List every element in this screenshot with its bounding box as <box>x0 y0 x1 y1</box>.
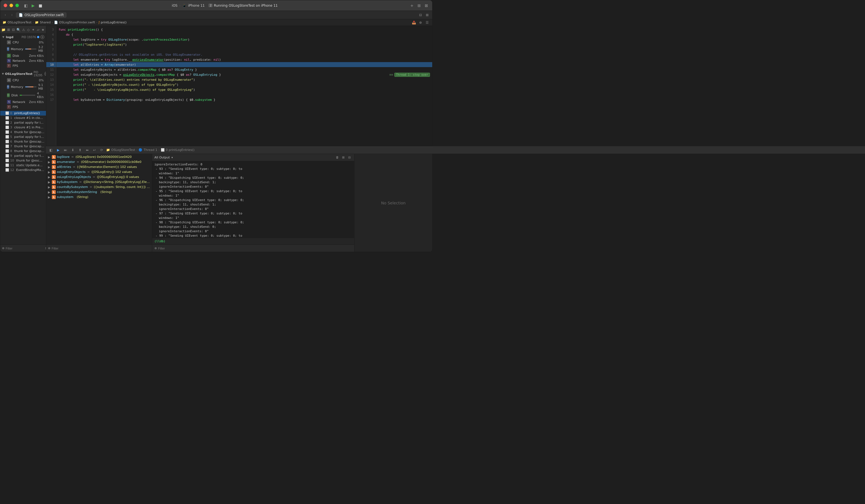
debug-bc-thread[interactable]: Thread 1 <box>143 148 157 152</box>
var-enumerator[interactable]: ▶ L enumerator = (OSEnumerator) 0x000060… <box>46 160 152 165</box>
nav-back-button[interactable]: ‹ <box>2 12 8 18</box>
sidebar-btn-grid[interactable]: ★ <box>41 27 45 33</box>
var-countsbysubsystemstring[interactable]: ▶ L countsBySubsystemString (String) <box>46 190 152 195</box>
var-bysubsystem[interactable]: ▶ L bySubsystem = ([Dictionary<String, [… <box>46 179 152 185</box>
debug-step-in-btn[interactable]: ⬇ <box>70 147 76 153</box>
thread-item-10[interactable]: ⬜ 10 thunk for @escaping @callee_... <box>0 158 46 163</box>
var-countsbysubsystemstring-arrow: ▶ <box>48 190 51 194</box>
thread-item-7[interactable]: ⬜ 7 thunk for @escaping @callee_g... <box>0 144 46 149</box>
thread-name-10: thunk for @escaping @callee_... <box>16 159 46 162</box>
layout-toggle-button[interactable]: ⊠ <box>424 3 429 8</box>
console-line-96c: ignoreInteractionEvents: 0" <box>154 207 352 211</box>
debug-step-over-btn[interactable]: ⏭ <box>63 147 68 153</box>
thread-item-0[interactable]: ⬜ 0 printLogEntries() <box>0 111 46 116</box>
play-button[interactable]: ▶ <box>31 3 36 8</box>
memory-value: 3.2 MB <box>38 45 44 52</box>
code-fold-button[interactable]: 📥 <box>411 20 417 25</box>
fps-label: FPS <box>13 64 44 68</box>
thread-item-9[interactable]: ⬜ 9 partial apply for thunk for @esc... <box>0 153 46 158</box>
fullscreen-button[interactable] <box>15 4 19 7</box>
thread-item-8[interactable]: ⬜ 8 thunk for @escaping @callee_g... <box>0 149 46 153</box>
var-allentries-badge: L <box>52 165 56 169</box>
process-logd-stop[interactable]: ⊗ <box>41 35 44 39</box>
var-countsbysubsystem[interactable]: ▶ L countsBySubsystem = ({subsystem: Str… <box>46 185 152 190</box>
close-button[interactable] <box>4 4 7 7</box>
sidebar-btn-diamond[interactable]: ◇ <box>26 27 30 33</box>
memory-bar-2 <box>25 86 37 87</box>
thread-item-4[interactable]: ⬜ 4 thunk for @escaping @callee_g... <box>0 130 46 134</box>
sidebar-btn-folder[interactable]: 📁 <box>1 27 5 33</box>
breadcrumb-folder[interactable]: 📁 Shared <box>35 21 50 24</box>
editor-view-split[interactable]: ⊠ <box>424 12 430 18</box>
debug-step-out-btn[interactable]: ⬆ <box>77 147 83 153</box>
process-oslog-stop[interactable]: ⊗ <box>45 72 46 76</box>
thread-item-5[interactable]: ⬜ 5 partial apply for thunk for @esc... <box>0 134 46 139</box>
debug-bc-fn[interactable]: 0 printLogEntries() <box>166 148 195 152</box>
ln-16: 16 <box>46 92 56 97</box>
sidebar-btn-search[interactable]: 🔍 <box>16 27 21 33</box>
thread-item-1[interactable]: ⬜ 1 closure #1 in closure #2 in closu... <box>0 116 46 120</box>
var-oslogentryobjects[interactable]: ▶ L osLogEntryObjects = ([OSLogEntry]) 1… <box>46 169 152 175</box>
console-expand-btn[interactable]: ⊟ <box>347 155 352 160</box>
debug-continue-btn[interactable]: ▶ <box>56 147 61 153</box>
add-tab-button[interactable]: + <box>410 3 414 8</box>
sidebar-btn-inspector[interactable]: ⊠ <box>7 27 10 33</box>
process-logd-header[interactable]: ▼ logd PID 19376 ⊗ <box>0 34 46 40</box>
var-subsystem[interactable]: ▶ L subsystem (String) <box>46 195 152 200</box>
thread-item-2[interactable]: ⬜ 2 partial apply for implicit closure..… <box>0 120 46 125</box>
sidebar-btn-warn[interactable]: ⚠ <box>22 27 25 33</box>
thread-item-11[interactable]: ⬜ 11 static Update.end() <box>0 163 46 168</box>
console-line-99a: - 99 : "Sending UIEvent type: 0; subtype… <box>154 234 352 238</box>
disk-value-2: 4 KB/s <box>37 92 44 99</box>
stop-button[interactable]: ■ <box>38 3 43 8</box>
code-settings-button[interactable]: ☰ <box>424 20 430 25</box>
ln-7: 7 <box>46 47 56 52</box>
thread-item-6[interactable]: ⬜ 6 thunk for @escaping @callee_g... <box>0 139 46 144</box>
console-line-97b: windows: 1" <box>154 216 352 220</box>
variables-pane: ▶ L logStore = (OSLogStore) 0x0000600001… <box>46 154 152 252</box>
debug-content: ▶ L logStore = (OSLogStore) 0x0000600001… <box>46 154 432 252</box>
memory-value-2: 9.1 MB <box>38 83 44 91</box>
breadcrumb-function[interactable]: printLogEntries() <box>101 21 127 24</box>
var-oslogentrylogobjects[interactable]: ▶ L osLogEntryLogObjects = ([OSLogEntryL… <box>46 175 152 179</box>
right-panel: No Selection <box>354 154 432 252</box>
breadcrumb-project[interactable]: OSLogStoreTest <box>8 21 32 24</box>
breadcrumb-icon: 📁 <box>2 21 7 24</box>
output-dropdown-arrow[interactable]: ▾ <box>171 156 173 159</box>
sidebar-btn-star2[interactable]: ✦ <box>32 27 35 33</box>
sidebar-btn-rect[interactable]: ▱ <box>36 27 40 33</box>
thread-item-3[interactable]: ⬜ 3 closure #1 in PressableGesture... <box>0 125 46 130</box>
console-input[interactable] <box>167 239 352 243</box>
code-nav-button[interactable]: ⊕ <box>418 20 423 25</box>
debug-bc-project[interactable]: OSLogStoreTest <box>111 148 135 152</box>
editor-view-toggle[interactable]: ⊟ <box>418 12 423 18</box>
vars-filter-input[interactable] <box>51 247 150 250</box>
var-logstore[interactable]: ▶ L logStore = (OSLogStore) 0x0000600001… <box>46 154 152 160</box>
var-bysubsystem-badge: L <box>52 180 56 184</box>
debug-hide-btn[interactable]: ◧ <box>48 147 54 153</box>
thread-num-6: ⬜ 6 <box>5 140 12 143</box>
process-oslog-header[interactable]: ▼ OSLogStoreTest PID 19295 ⊗ <box>0 70 46 78</box>
process-logd: ▼ logd PID 19376 ⊗ ≡ CPU 0% M Memory <box>0 34 46 68</box>
debug-reset-btn[interactable]: ⟳ <box>99 147 104 153</box>
breadcrumb-file[interactable]: OSLogStorePrinter.swift <box>59 21 95 24</box>
console-split-btn[interactable]: ⊠ <box>341 155 346 160</box>
thread-item-12[interactable]: ⬜ 12 EventBindingManager.send(_:) <box>0 168 46 172</box>
sidebar-btn-filter2[interactable]: ⊟ <box>11 27 15 33</box>
minimize-button[interactable] <box>10 4 13 7</box>
var-allentries[interactable]: ▶ L allEntries = ({NSEnumerator.Element}… <box>46 165 152 169</box>
sidebar-toggle-icon[interactable]: ◧ <box>23 3 28 8</box>
console-filter-input[interactable] <box>158 247 352 250</box>
titlebar-left-controls: ◧ ▶ ■ <box>23 3 43 8</box>
device-name[interactable]: iPhone 11 <box>188 4 205 8</box>
network-value: Zero KB/s <box>29 59 44 63</box>
sidebar-filter-input[interactable] <box>5 247 44 250</box>
main-content: 📁 ⊠ ⊟ 🔍 ⚠ ◇ ✦ ▱ ★ ▼ logd PID 19376 <box>0 26 432 252</box>
code-line-15: print(" - \(osLogEntryLogObjects.count) … <box>56 87 432 92</box>
debug-locate-btn[interactable]: ↩ <box>92 147 97 153</box>
split-editor-button[interactable]: ⊞ <box>417 3 422 8</box>
console-clear-btn[interactable]: 🗑 <box>335 155 340 160</box>
nav-forward-button[interactable]: › <box>9 12 15 18</box>
thread-name-7: thunk for @escaping @callee_g... <box>14 144 46 148</box>
debug-step-back-btn[interactable]: ⬅ <box>84 147 90 153</box>
